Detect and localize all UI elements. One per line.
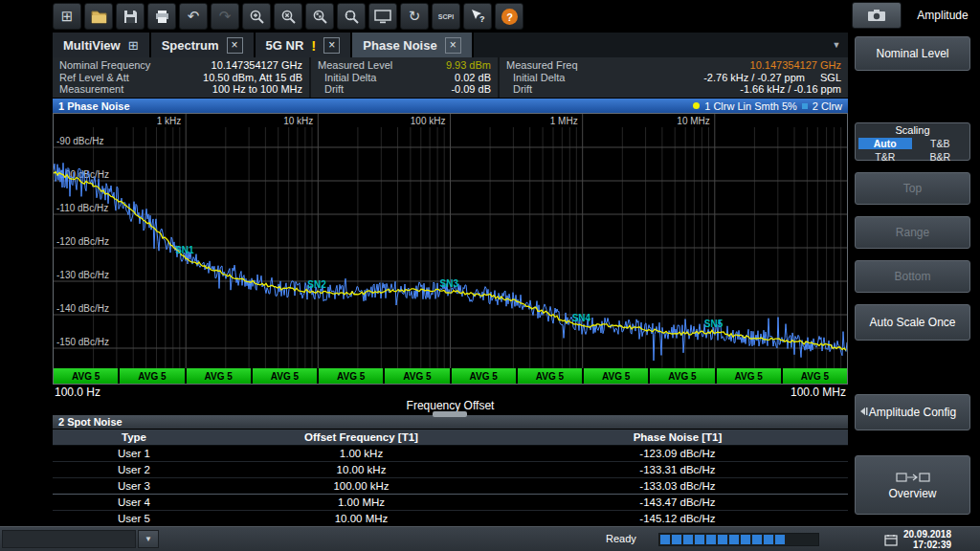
screenshot-camera-button[interactable] <box>852 2 902 29</box>
scaling-option-tb[interactable]: T&B <box>914 138 968 149</box>
scaling-selector: Scaling Auto T&B T&R B&R <box>855 122 970 161</box>
avg-count-segment: AVG 5 <box>54 368 118 384</box>
table-cell: User 2 <box>53 464 215 475</box>
status-dropdown-button[interactable]: ▼ <box>138 530 159 548</box>
table-cell: 10.00 kHz <box>215 464 507 475</box>
tab-overflow-icon[interactable]: ▼ <box>825 33 848 57</box>
phase-noise-diagram[interactable]: 1 kHz10 kHz100 kHz1 MHz10 MHz-90 dBc/Hz-… <box>53 113 848 385</box>
redo-icon[interactable]: ↷ <box>211 3 239 30</box>
progress-segment <box>787 535 796 544</box>
y-tick-label: -150 dBc/Hz <box>56 337 109 347</box>
y-tick-label: -120 dBc/Hz <box>56 236 109 247</box>
table-row[interactable]: User 41.00 MHz-143.47 dBc/Hz <box>53 495 848 511</box>
x-tick-label: 10 MHz <box>677 116 709 126</box>
config-dialog-icon <box>859 406 868 419</box>
undo-icon[interactable]: ↶ <box>179 3 208 30</box>
marker-SN4: SN4 <box>572 313 591 323</box>
multiview-grid-icon: ⊞ <box>128 38 139 53</box>
table-cell: 1.00 MHz <box>215 496 507 508</box>
svg-text:?: ? <box>506 11 513 22</box>
single-sweep-badge: SGL <box>820 72 841 83</box>
tab-phase-noise[interactable]: Phase Noise× <box>352 33 473 57</box>
table-row[interactable]: User 210.00 kHz-133.31 dBc/Hz <box>53 462 848 478</box>
table-row[interactable]: User 510.00 MHz-145.12 dBc/Hz <box>53 511 848 527</box>
column-header-type: Type <box>53 431 215 443</box>
tab-spectrum[interactable]: Spectrum× <box>151 33 256 57</box>
phase-noise-panel-header: 1 Phase Noise 1 Clrw Lin Smth 5% 2 Clrw <box>53 99 848 113</box>
table-cell: -133.31 dBc/Hz <box>507 464 848 475</box>
multiple-zoom-icon[interactable] <box>305 3 334 30</box>
progress-segment <box>672 535 681 544</box>
status-time: 17:02:39 <box>913 540 951 550</box>
table-row[interactable]: User 3100.00 kHz-133.03 dBc/Hz <box>53 478 848 495</box>
table-cell: User 4 <box>53 496 215 508</box>
zoom-off-icon[interactable] <box>274 3 302 30</box>
avg-count-segment: AVG 5 <box>783 368 847 384</box>
info-column-3: Measured Freq10.147354127 GHzInitial Del… <box>498 57 848 98</box>
scaling-option-auto[interactable]: Auto <box>858 138 912 149</box>
preset-icon[interactable]: ↻ <box>400 3 429 30</box>
tab-5g-nr-close-icon[interactable]: × <box>323 37 340 54</box>
auto-scale-once-button[interactable]: Auto Scale Once <box>855 304 970 341</box>
context-help-icon[interactable]: ? <box>463 3 492 30</box>
info-row: Measured Level9.93 dBm <box>318 59 491 71</box>
measurement-info-bar: Nominal Frequency10.147354127 GHzRef Lev… <box>53 57 848 98</box>
panel-title: 1 Phase Noise <box>58 100 130 112</box>
hardcopy-display-icon[interactable] <box>368 3 397 30</box>
top-button[interactable]: Top <box>855 172 970 205</box>
tab-spectrum-close-icon[interactable]: × <box>227 37 243 54</box>
tab-label: Spectrum <box>162 38 219 53</box>
progress-segment <box>752 535 762 544</box>
y-tick-label: -140 dBc/Hz <box>56 303 109 314</box>
status-date: 20.09.2018 <box>903 529 951 540</box>
avg-count-segment: AVG 5 <box>120 368 184 384</box>
marker-SN5: SN5 <box>704 319 724 329</box>
tab-5g-nr[interactable]: 5G NR!× <box>256 33 353 57</box>
amplitude-config-button[interactable]: Amplitude Config <box>855 394 970 430</box>
ready-status-label: Ready <box>606 533 636 544</box>
svg-text:?: ? <box>479 14 485 24</box>
range-button[interactable]: Range <box>855 216 970 249</box>
table-cell: User 3 <box>53 480 215 492</box>
help-icon[interactable]: ? <box>495 3 523 30</box>
avg-count-bar: AVG 5AVG 5AVG 5AVG 5AVG 5AVG 5AVG 5AVG 5… <box>54 368 847 384</box>
bottom-button[interactable]: Bottom <box>855 260 970 293</box>
split-screen-icon[interactable]: ⊞ <box>53 3 81 30</box>
avg-count-segment: AVG 5 <box>717 368 781 384</box>
channel-tab-bar: MultiView⊞Spectrum×5G NR!×Phase Noise×▼ <box>53 33 848 57</box>
x-tick-label: 1 MHz <box>550 116 578 126</box>
nominal-level-button[interactable]: Nominal Level <box>855 36 970 71</box>
zoom-select-icon[interactable] <box>337 3 366 30</box>
progress-segment <box>660 535 670 544</box>
spot-noise-title: 2 Spot Noise <box>58 416 122 428</box>
warning-icon: ! <box>311 37 316 54</box>
x-tick-label: 10 kHz <box>283 116 313 126</box>
table-cell: User 1 <box>53 448 215 459</box>
open-file-icon[interactable] <box>84 3 113 30</box>
table-cell: User 5 <box>53 513 215 524</box>
scaling-option-tr[interactable]: T&R <box>858 151 912 163</box>
zoom-icon[interactable] <box>242 3 271 30</box>
scpi-recorder-icon[interactable]: SCPI <box>432 3 460 30</box>
avg-count-segment: AVG 5 <box>253 368 317 384</box>
scaling-option-br[interactable]: B&R <box>914 151 968 163</box>
tab-label: MultiView <box>63 38 121 53</box>
save-icon[interactable] <box>116 3 145 30</box>
calendar-icon <box>884 534 898 546</box>
info-row: Initial Delta-2.76 kHz / -0.27 ppmSGL <box>506 72 841 83</box>
info-value: 0.02 dB <box>455 72 491 83</box>
phase-noise-plot: 1 kHz10 kHz100 kHz1 MHz10 MHz-90 dBc/Hz-… <box>54 114 847 368</box>
print-icon[interactable] <box>147 3 176 30</box>
table-row[interactable]: User 11.00 kHz-123.09 dBc/Hz <box>53 446 848 462</box>
info-column-1: Nominal Frequency10.147354127 GHzRef Lev… <box>53 57 309 98</box>
overview-button[interactable]: Overview <box>855 455 970 515</box>
avg-count-segment: AVG 5 <box>518 368 582 384</box>
panel-splitter-handle[interactable] <box>433 411 467 417</box>
tab-phase-noise-close-icon[interactable]: × <box>445 37 461 54</box>
progress-segment <box>706 535 716 544</box>
tab-multiview[interactable]: MultiView⊞ <box>53 33 151 57</box>
info-value: 9.93 dBm <box>446 59 491 71</box>
info-label: Nominal Frequency <box>59 59 150 71</box>
progress-segment <box>683 535 693 544</box>
x-tick-label: 1 kHz <box>157 116 182 126</box>
